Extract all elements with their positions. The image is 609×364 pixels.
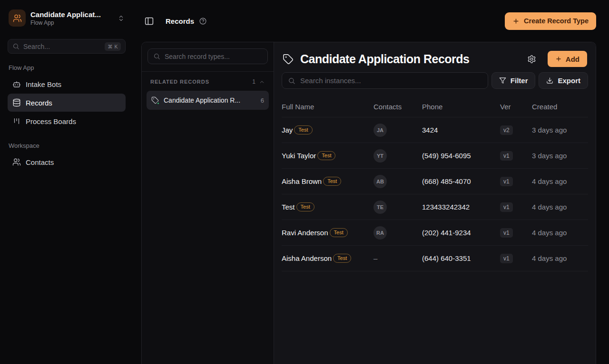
test-badge: Test bbox=[317, 151, 335, 160]
app-root: Candidate Applicat... Flow App ⌘ K Flow … bbox=[0, 0, 609, 364]
help-icon[interactable] bbox=[197, 15, 209, 27]
record-types-search-wrap bbox=[142, 42, 274, 72]
version-badge: v1 bbox=[500, 151, 513, 161]
chevrons-up-down-icon bbox=[118, 15, 125, 22]
sidebar-item-records[interactable]: Records bbox=[8, 94, 126, 112]
no-contact-dash: – bbox=[373, 254, 377, 262]
table-row[interactable]: Aisha AndersonTest – (644) 640-3351 v1 4… bbox=[282, 246, 588, 271]
sidebar-item-label: Process Boards bbox=[26, 117, 76, 125]
sidebar-item-label: Records bbox=[26, 99, 52, 107]
record-name: Jay bbox=[282, 126, 293, 134]
database-icon bbox=[12, 98, 21, 107]
add-record-button[interactable]: Add bbox=[548, 51, 587, 67]
related-records-label: RELATED RECORDS bbox=[150, 79, 209, 85]
chevron-up-icon bbox=[255, 79, 265, 85]
record-name: Test bbox=[282, 203, 295, 211]
col-contacts: Contacts bbox=[373, 103, 422, 111]
kanban-icon bbox=[12, 117, 21, 125]
test-badge: Test bbox=[333, 254, 351, 263]
record-type-label: Candidate Application R... bbox=[164, 96, 256, 104]
record-name: Aisha Anderson bbox=[282, 254, 332, 262]
test-badge: Test bbox=[330, 228, 348, 237]
instances-search[interactable] bbox=[282, 72, 488, 89]
avatar: YT bbox=[373, 149, 387, 163]
workspace-subtitle: Flow App bbox=[30, 19, 113, 26]
phone-value: (202) 441-9234 bbox=[422, 229, 500, 237]
record-type-title: Candidate Application Records bbox=[300, 52, 519, 66]
version-badge: v1 bbox=[500, 177, 513, 186]
export-label: Export bbox=[558, 77, 580, 85]
workspace-switcher[interactable]: Candidate Applicat... Flow App bbox=[8, 8, 126, 29]
top-header: Records Create Record Type bbox=[133, 0, 609, 42]
add-record-label: Add bbox=[566, 55, 580, 63]
created-value: 4 days ago bbox=[532, 203, 588, 211]
created-value: 4 days ago bbox=[532, 229, 588, 237]
workspace-title: Candidate Applicat... bbox=[30, 10, 113, 19]
table-row[interactable]: Yuki TaylorTest YT (549) 954-6095 v1 3 d… bbox=[282, 143, 588, 169]
records-table: Full Name Contacts Phone Ver Created Jay… bbox=[282, 96, 588, 271]
sidebar-item-label: Intake Bots bbox=[26, 80, 61, 88]
related-records-header[interactable]: RELATED RECORDS 1 bbox=[147, 75, 268, 89]
panel-toggle-icon[interactable] bbox=[142, 14, 156, 28]
sidebar-item-intake-bots[interactable]: Intake Bots bbox=[8, 75, 126, 93]
tag-icon bbox=[151, 96, 159, 104]
app-logo-icon bbox=[9, 10, 26, 27]
table-row[interactable]: TestTest TE 123433242342 v1 4 days ago bbox=[282, 194, 588, 220]
col-phone: Phone bbox=[422, 103, 500, 111]
table-row[interactable]: Ravi AndersonTest RA (202) 441-9234 v1 4… bbox=[282, 220, 588, 246]
phone-value: (549) 954-6095 bbox=[422, 152, 500, 160]
created-value: 4 days ago bbox=[532, 254, 588, 262]
main-toolbar: Filter Export bbox=[282, 72, 588, 89]
sidebar-item-process-boards[interactable]: Process Boards bbox=[8, 112, 126, 130]
col-full-name: Full Name bbox=[282, 103, 373, 111]
gear-icon[interactable] bbox=[525, 53, 538, 66]
created-value: 3 days ago bbox=[532, 152, 588, 160]
sidebar: Candidate Applicat... Flow App ⌘ K Flow … bbox=[0, 0, 133, 364]
avatar: TE bbox=[373, 201, 387, 214]
record-type-item-candidate-application[interactable]: Candidate Application R... 6 bbox=[147, 91, 269, 110]
create-record-type-button[interactable]: Create Record Type bbox=[505, 12, 596, 30]
workspace-meta: Candidate Applicat... Flow App bbox=[30, 10, 113, 26]
export-button[interactable]: Export bbox=[539, 72, 588, 89]
record-types-panel: RELATED RECORDS 1 Candidate Application … bbox=[142, 42, 274, 364]
record-name: Yuki Taylor bbox=[282, 152, 316, 160]
col-ver: Ver bbox=[500, 103, 532, 111]
table-row[interactable]: Aisha BrownTest AB (668) 485-4070 v1 4 d… bbox=[282, 169, 588, 194]
version-badge: v1 bbox=[500, 228, 513, 238]
table-header-row: Full Name Contacts Phone Ver Created bbox=[282, 96, 588, 117]
bot-icon bbox=[12, 80, 21, 88]
version-badge: v1 bbox=[500, 254, 513, 263]
related-records-count: 1 bbox=[252, 78, 255, 85]
page-title: Records bbox=[166, 17, 194, 25]
status-dot bbox=[157, 102, 160, 105]
record-name: Ravi Anderson bbox=[282, 229, 328, 237]
sidebar-item-contacts[interactable]: Contacts bbox=[8, 153, 126, 171]
users-icon bbox=[12, 158, 21, 166]
filter-icon bbox=[499, 77, 506, 84]
filter-button[interactable]: Filter bbox=[491, 72, 536, 89]
content-column: Records Create Record Type bbox=[133, 0, 609, 364]
search-icon bbox=[153, 53, 160, 60]
sidebar-search-input[interactable] bbox=[23, 43, 101, 50]
main-title-row: Candidate Application Records Add bbox=[282, 50, 588, 67]
test-badge: Test bbox=[294, 125, 312, 134]
create-record-type-label: Create Record Type bbox=[524, 17, 589, 25]
test-badge: Test bbox=[296, 202, 314, 211]
records-main-panel: Candidate Application Records Add bbox=[274, 42, 596, 364]
phone-value: (644) 640-3351 bbox=[422, 254, 500, 262]
record-types-search-input[interactable] bbox=[165, 53, 262, 60]
record-types-search[interactable] bbox=[147, 48, 268, 64]
record-type-count: 6 bbox=[261, 97, 264, 104]
table-row[interactable]: JayTest JA 3424 v2 3 days ago bbox=[282, 117, 588, 143]
workspace-card: RELATED RECORDS 1 Candidate Application … bbox=[141, 42, 596, 364]
avatar: JA bbox=[373, 124, 387, 137]
sidebar-search[interactable]: ⌘ K bbox=[8, 39, 126, 54]
search-shortcut-badge: ⌘ K bbox=[105, 42, 121, 51]
avatar: AB bbox=[373, 175, 387, 188]
tag-icon bbox=[283, 54, 294, 65]
instances-search-input[interactable] bbox=[300, 77, 482, 85]
created-value: 3 days ago bbox=[532, 126, 588, 134]
sidebar-item-label: Contacts bbox=[26, 158, 54, 166]
version-badge: v2 bbox=[500, 125, 513, 135]
sidebar-section-workspace: Workspace bbox=[9, 142, 125, 149]
